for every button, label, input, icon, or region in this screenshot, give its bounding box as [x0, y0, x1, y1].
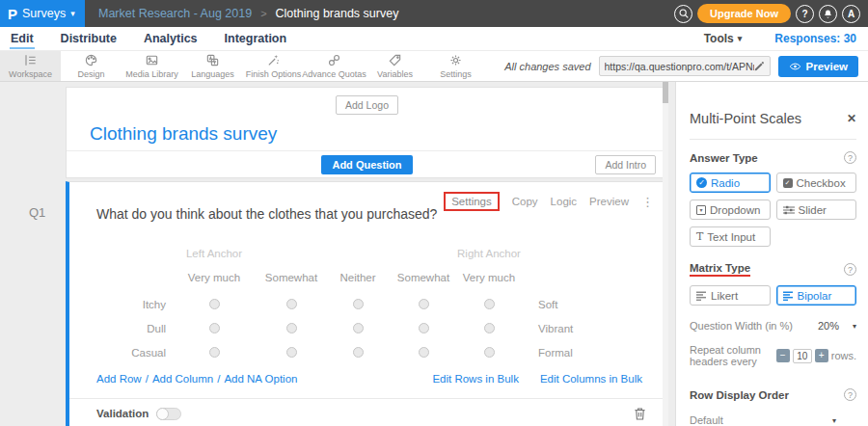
add-logo-button[interactable]: Add Logo [336, 95, 398, 115]
edit-columns-in-bulk-link[interactable]: Edit Columns in Bulk [540, 373, 642, 385]
notifications-button[interactable] [819, 5, 837, 23]
surveys-menu[interactable]: P Surveys ▾ [0, 0, 85, 27]
radio-option[interactable] [209, 347, 220, 358]
radio-option[interactable] [484, 299, 495, 309]
matrix-type-likert[interactable]: Likert [690, 285, 771, 306]
tab-integration[interactable]: Integration [224, 29, 288, 49]
right-anchor-label: Right Anchor [457, 248, 521, 259]
survey-toolbar: Workspace Design Media Library Languages… [0, 50, 868, 82]
topbar-actions: Upgrade Now ? A [674, 4, 860, 23]
help-icon[interactable]: ? [844, 263, 856, 276]
scrollbar-thumb[interactable] [663, 82, 668, 103]
answer-type-radio[interactable]: ✓ Radio [690, 173, 771, 193]
vertical-scrollbar[interactable] [663, 82, 668, 426]
add-row-link[interactable]: Add Row [96, 373, 142, 385]
radio-option[interactable] [419, 323, 429, 333]
chain-links-icon [327, 53, 341, 67]
help-button[interactable]: ? [796, 5, 814, 23]
matrix-table: Left Anchor Right Anchor Very much Somew… [96, 244, 627, 364]
question-preview-link[interactable]: Preview [589, 196, 629, 207]
decrement-button[interactable]: − [776, 349, 790, 362]
repeat-headers-label: Repeat column headers every [690, 344, 773, 367]
toolbar-item-languages[interactable]: Languages [182, 51, 243, 81]
survey-title[interactable]: Clothing brands survey [90, 123, 667, 145]
increment-button[interactable]: + [815, 349, 828, 362]
help-icon[interactable]: ? [844, 388, 856, 401]
checkbox-icon: ✓ [783, 178, 793, 188]
answer-type-text-input[interactable]: T Text Input [690, 226, 771, 247]
toolbar-item-settings[interactable]: Settings [425, 51, 486, 81]
radio-option[interactable] [286, 299, 297, 309]
answer-type-options: ✓ Radio ✓ Checkbox ▾ Dropdown Slider T [690, 173, 856, 247]
image-icon [145, 53, 159, 67]
translate-icon [205, 53, 220, 67]
radio-option[interactable] [484, 323, 495, 333]
breadcrumb-folder[interactable]: Market Research - Aug 2019 [98, 7, 252, 20]
radio-option[interactable] [484, 347, 495, 358]
tools-menu[interactable]: Tools ▾ [704, 32, 743, 45]
preview-button[interactable]: Preview [778, 56, 858, 77]
upgrade-now-button[interactable]: Upgrade Now [697, 4, 791, 23]
matrix-type-label: Matrix Type [690, 262, 750, 277]
survey-url-input[interactable] [605, 61, 754, 72]
toolbar-item-advance-quotas[interactable]: Advance Quotas [304, 51, 365, 81]
radio-option[interactable] [419, 299, 429, 309]
rows-suffix-label: rows. [831, 350, 856, 361]
toolbar-item-label: Media Library [125, 69, 178, 79]
question-footer: Validation [96, 407, 646, 420]
question-copy-link[interactable]: Copy [512, 196, 538, 207]
radio-option[interactable] [286, 323, 297, 333]
left-anchor-label: Left Anchor [172, 248, 257, 259]
question-logic-link[interactable]: Logic [551, 196, 578, 207]
bell-icon [823, 9, 833, 19]
add-column-link[interactable]: Add Column [152, 373, 213, 385]
divider [690, 139, 856, 140]
row-label-left: Dull [96, 323, 172, 334]
answer-type-dropdown[interactable]: ▾ Dropdown [690, 200, 771, 220]
question-settings-link[interactable]: Settings [444, 192, 500, 211]
radio-option[interactable] [209, 299, 220, 309]
tab-distribute[interactable]: Distribute [60, 29, 118, 49]
edit-url-icon[interactable] [754, 61, 765, 71]
radio-option[interactable] [353, 299, 364, 309]
question-width-value[interactable]: 20% [818, 320, 839, 332]
answer-type-checkbox[interactable]: ✓ Checkbox [776, 173, 857, 193]
toolbar-item-workspace[interactable]: Workspace [0, 51, 61, 81]
app-window: P Surveys ▾ Market Research - Aug 2019 >… [0, 0, 868, 426]
delete-question-icon[interactable] [634, 407, 646, 420]
account-button[interactable]: A [842, 5, 860, 23]
survey-url-field[interactable] [599, 56, 771, 76]
toolbar-item-media-library[interactable]: Media Library [122, 51, 182, 81]
matrix-type-bipolar[interactable]: Bipolar [776, 285, 857, 306]
search-button[interactable] [674, 5, 692, 23]
repeat-rows-input[interactable] [793, 349, 812, 363]
design-palette-icon [84, 53, 98, 67]
edit-rows-in-bulk-link[interactable]: Edit Rows in Bulk [432, 373, 518, 385]
row-label-right: Formal [521, 347, 627, 359]
responses-link[interactable]: Responses: 30 [774, 32, 856, 45]
help-icon[interactable]: ? [844, 151, 856, 164]
add-question-button[interactable]: Add Question [321, 155, 412, 174]
radio-option[interactable] [353, 323, 364, 333]
radio-option[interactable] [286, 347, 297, 358]
add-intro-button[interactable]: Add Intro [595, 155, 656, 174]
toolbar-item-finish-options[interactable]: Finish Options [243, 51, 304, 81]
tab-edit[interactable]: Edit [10, 29, 35, 49]
tab-analytics[interactable]: Analytics [143, 29, 199, 49]
radio-option[interactable] [209, 323, 220, 333]
add-na-option-link[interactable]: Add NA Option [224, 373, 297, 385]
toolbar-item-variables[interactable]: Variables [365, 51, 425, 81]
breadcrumb-current: Clothing brands survey [276, 7, 399, 20]
dropdown-icon: ▾ [696, 205, 706, 215]
more-options-icon[interactable]: ⋮ [641, 195, 654, 209]
radio-option[interactable] [353, 347, 364, 358]
answer-type-slider[interactable]: Slider [776, 200, 857, 220]
close-icon[interactable]: ✕ [847, 112, 856, 125]
chevron-down-icon[interactable]: ▾ [853, 322, 856, 331]
radio-option[interactable] [419, 347, 429, 358]
toolbar-item-design[interactable]: Design [61, 51, 122, 81]
validation-toggle[interactable] [156, 408, 181, 420]
row-display-order-select[interactable]: Default ▾ [690, 414, 836, 426]
question-text[interactable]: What do you think about the clothes that… [96, 206, 437, 222]
link-separator: / [146, 373, 149, 385]
